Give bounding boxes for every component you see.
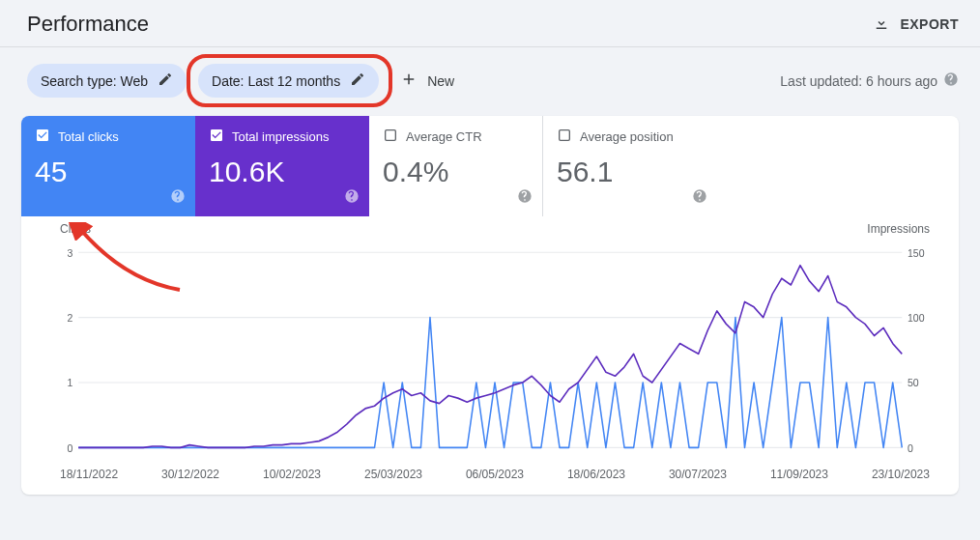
svg-text:0: 0 [68,441,73,454]
svg-text:100: 100 [908,311,925,324]
chart-svg: 0123050100150 [60,232,930,458]
metric-total-impressions[interactable]: Total impressions 10.6K [195,116,369,216]
svg-rect-1 [560,130,570,141]
performance-card: Total clicks 45 Total impressions 10.6K [21,116,959,495]
metric-value: 10.6K [209,156,356,188]
metric-value: 0.4% [383,156,529,188]
y-axis-right-label: Impressions [867,222,930,236]
chart: Clicks Impressions 0123050100150 [21,216,959,468]
metric-total-clicks[interactable]: Total clicks 45 [21,116,195,216]
last-updated-label: Last updated: 6 hours ago [780,73,937,89]
help-icon[interactable] [170,188,186,207]
pencil-icon [158,71,173,90]
export-button[interactable]: EXPORT [873,14,959,35]
metric-label: Total impressions [232,129,329,144]
svg-text:1: 1 [68,377,73,389]
help-icon[interactable] [344,188,360,207]
svg-text:150: 150 [908,246,925,259]
plus-icon [400,71,418,91]
page-title: Performance [27,12,149,37]
metric-label: Total clicks [58,129,119,144]
x-axis-ticks: 18/11/202230/12/202210/02/202325/03/2023… [21,468,959,495]
checkbox-checked-icon [209,128,224,146]
filter-search-type[interactable]: Search type: Web [27,64,187,98]
y-axis-left-label: Clicks [60,222,91,236]
help-icon[interactable] [943,71,959,90]
checkbox-unchecked-icon [383,128,398,146]
svg-rect-0 [386,130,396,141]
add-filter-label: New [427,73,454,89]
add-filter-button[interactable]: New [396,63,458,99]
metric-value: 45 [35,156,182,188]
metric-average-position[interactable]: Average position 56.1 [543,116,717,216]
filter-date[interactable]: Date: Last 12 months [198,64,379,98]
checkbox-checked-icon [35,128,50,146]
export-label: EXPORT [900,16,959,32]
metric-average-ctr[interactable]: Average CTR 0.4% [369,116,543,216]
metric-label: Average CTR [406,129,482,144]
svg-text:0: 0 [908,441,913,454]
last-updated: Last updated: 6 hours ago [780,71,959,90]
svg-text:3: 3 [68,246,73,259]
download-icon [873,14,890,35]
metric-label: Average position [580,129,674,144]
checkbox-unchecked-icon [557,128,572,146]
filter-date-label: Date: Last 12 months [212,73,340,89]
pencil-icon [350,71,365,90]
svg-text:50: 50 [908,377,919,389]
help-icon[interactable] [517,188,533,207]
metric-value: 56.1 [557,156,704,188]
svg-text:2: 2 [68,311,73,324]
filter-search-type-label: Search type: Web [41,73,148,89]
help-icon[interactable] [692,188,707,207]
